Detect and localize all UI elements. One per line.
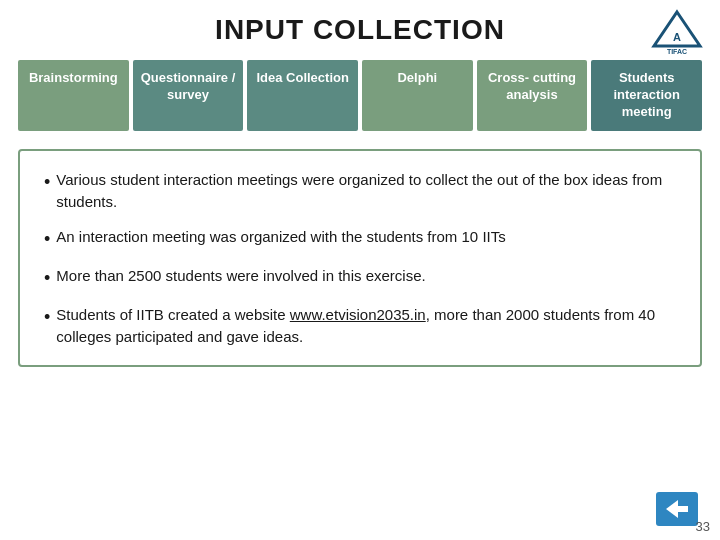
page-number: 33 [696, 519, 710, 534]
bullet-text-2: An interaction meeting was organized wit… [56, 226, 505, 249]
bullet-text-1: Various student interaction meetings wer… [56, 169, 676, 214]
bullet-icon-1: • [44, 169, 50, 196]
tab-brainstorming[interactable]: Brainstorming [18, 60, 129, 131]
bullet-item-4: • Students of IITB created a website www… [44, 304, 676, 349]
tab-students[interactable]: Students interaction meeting [591, 60, 702, 131]
back-arrow-button[interactable] [656, 492, 698, 526]
tab-questionnaire[interactable]: Questionnaire / survey [133, 60, 244, 131]
header: INPUT COLLECTION TIFAC A [0, 0, 720, 56]
bullet-item-2: • An interaction meeting was organized w… [44, 226, 676, 253]
tifac-logo: TIFAC A [650, 8, 704, 60]
bullet-item-1: • Various student interaction meetings w… [44, 169, 676, 214]
page-title: INPUT COLLECTION [215, 14, 505, 46]
svg-rect-6 [674, 506, 688, 512]
svg-text:A: A [673, 31, 681, 43]
content-box: • Various student interaction meetings w… [18, 149, 702, 367]
svg-text:TIFAC: TIFAC [667, 48, 687, 55]
tab-delphi[interactable]: Delphi [362, 60, 473, 131]
tab-idea[interactable]: Idea Collection [247, 60, 358, 131]
bullet-text-3: More than 2500 students were involved in… [56, 265, 425, 288]
tabs-row: Brainstorming Questionnaire / survey Ide… [0, 60, 720, 131]
bullet-text-4: Students of IITB created a website www.e… [56, 304, 676, 349]
bullet-icon-2: • [44, 226, 50, 253]
etvision-link[interactable]: www.etvision2035.in [290, 306, 426, 323]
bullet-icon-3: • [44, 265, 50, 292]
bullet-icon-4: • [44, 304, 50, 331]
tab-cross[interactable]: Cross- cutting analysis [477, 60, 588, 131]
bullet-item-3: • More than 2500 students were involved … [44, 265, 676, 292]
